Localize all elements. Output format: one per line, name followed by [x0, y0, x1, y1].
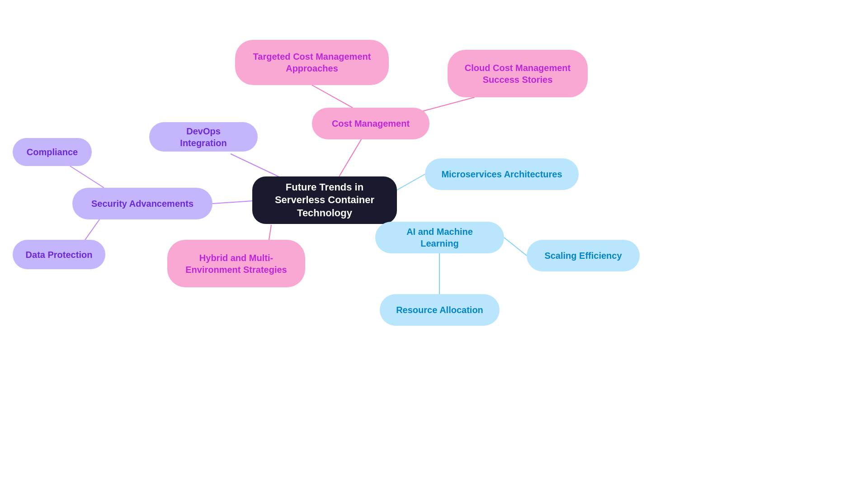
resource-node: Resource Allocation [380, 294, 500, 326]
scaling-node: Scaling Efficiency [527, 240, 640, 271]
mind-map-canvas: Future Trends in Serverless Container Te… [0, 0, 868, 490]
microservices-node: Microservices Architectures [425, 158, 579, 190]
svg-line-8 [397, 174, 425, 190]
devops-node: DevOps Integration [149, 122, 258, 152]
svg-line-10 [504, 238, 527, 256]
hybrid-node: Hybrid and Multi-Environment Strategies [167, 240, 305, 287]
cloud-cost-node: Cloud Cost Management Success Stories [448, 50, 588, 97]
targeted-cost-node: Targeted Cost Management Approaches [235, 40, 389, 85]
svg-line-4 [70, 166, 104, 188]
compliance-node: Compliance [13, 138, 92, 166]
svg-line-1 [312, 85, 353, 108]
security-advancements-node: Security Advancements [72, 188, 212, 219]
data-protection-node: Data Protection [13, 240, 105, 269]
svg-line-3 [212, 201, 252, 204]
svg-line-7 [269, 225, 271, 240]
center-node: Future Trends in Serverless Container Te… [252, 176, 397, 224]
cost-management-node: Cost Management [312, 108, 429, 139]
ai-ml-node: AI and Machine Learning [375, 222, 504, 253]
svg-line-6 [231, 154, 280, 177]
